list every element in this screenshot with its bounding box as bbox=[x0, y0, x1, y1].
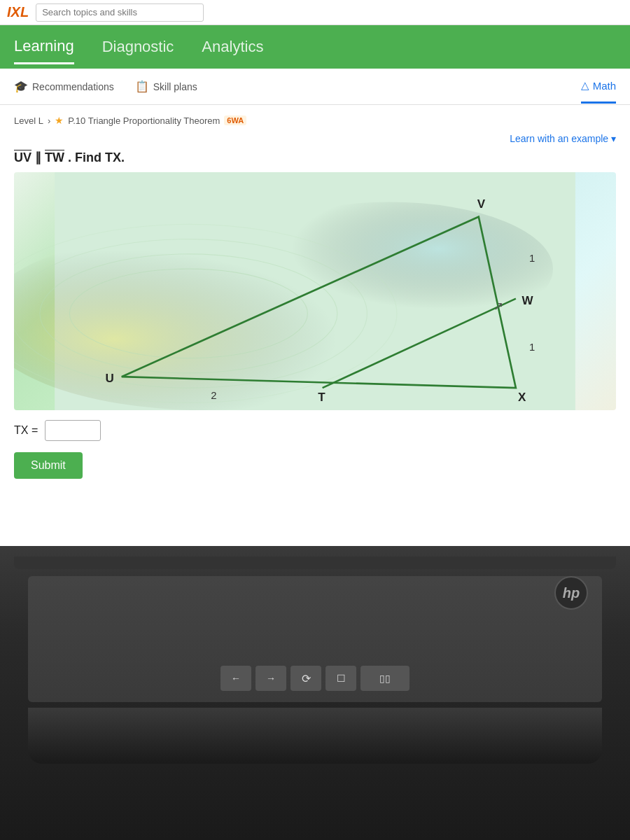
skillplans-icon: 📋 bbox=[135, 80, 149, 93]
keyboard-row-nav: ← → ⟳ ☐ ▯▯ bbox=[220, 666, 410, 691]
nav-analytics[interactable]: Analytics bbox=[202, 31, 263, 63]
search-input[interactable] bbox=[36, 4, 204, 22]
subnav-skillplans[interactable]: 📋 Skill plans bbox=[135, 70, 197, 103]
label-U: U bbox=[105, 372, 113, 385]
skill-code-badge: 6WA bbox=[224, 115, 246, 125]
ixl-logo: IXL bbox=[7, 4, 29, 20]
key-refresh[interactable]: ⟳ bbox=[290, 666, 321, 691]
skillplans-label: Skill plans bbox=[153, 81, 197, 92]
recommendations-label: Recommendations bbox=[32, 81, 114, 92]
learn-example[interactable]: Learn with an example ▾ bbox=[14, 133, 616, 144]
laptop-base bbox=[28, 708, 602, 764]
breadcrumb-skill[interactable]: P.10 Triangle Proportionality Theorem bbox=[68, 115, 220, 126]
geometry-diagram: V W U T X 1 1 2 ↗ bbox=[14, 172, 616, 410]
math-label: Math bbox=[593, 80, 616, 92]
math-triangle-icon: △ bbox=[581, 79, 589, 92]
measure-UT: 2 bbox=[211, 390, 216, 401]
recommendations-icon: 🎓 bbox=[14, 80, 28, 93]
key-forward[interactable]: → bbox=[255, 666, 286, 691]
label-T: T bbox=[318, 391, 326, 404]
problem-statement: UV ∥ TW . Find TX. bbox=[14, 150, 616, 165]
submit-button[interactable]: Submit bbox=[14, 452, 83, 479]
measure-VW: 1 bbox=[529, 253, 535, 264]
subnav-recommendations[interactable]: 🎓 Recommendations bbox=[14, 70, 114, 103]
keyboard-area: ← → ⟳ ☐ ▯▯ bbox=[28, 576, 602, 702]
nav-diagnostic[interactable]: Diagnostic bbox=[102, 31, 174, 63]
breadcrumb: Level L › ★ P.10 Triangle Proportionalit… bbox=[14, 115, 616, 126]
measure-WX: 1 bbox=[529, 342, 535, 353]
sub-nav: 🎓 Recommendations 📋 Skill plans △ Math bbox=[0, 69, 630, 105]
breadcrumb-level[interactable]: Level L bbox=[14, 115, 43, 126]
subnav-math[interactable]: △ Math bbox=[581, 69, 616, 104]
key-grid[interactable]: ▯▯ bbox=[360, 666, 410, 691]
laptop-bezel bbox=[14, 556, 616, 569]
laptop-body: hp ← → ⟳ ☐ ▯▯ bbox=[0, 546, 630, 840]
answer-row: TX = bbox=[14, 420, 616, 441]
star-icon: ★ bbox=[55, 115, 64, 126]
key-square[interactable]: ☐ bbox=[326, 666, 356, 691]
hp-logo: hp bbox=[554, 576, 588, 610]
tx-answer-input[interactable] bbox=[45, 420, 101, 441]
diagram-container: V W U T X 1 1 2 ↗ bbox=[14, 172, 616, 410]
answer-label: TX = bbox=[14, 424, 38, 437]
label-W: W bbox=[522, 294, 533, 307]
nav-learning[interactable]: Learning bbox=[14, 30, 74, 64]
label-X: X bbox=[518, 391, 526, 404]
svg-point-2 bbox=[226, 202, 554, 336]
label-V: V bbox=[477, 197, 486, 211]
cursor-icon: ↗ bbox=[493, 300, 503, 313]
key-back[interactable]: ← bbox=[220, 666, 251, 691]
main-nav: Learning Diagnostic Analytics bbox=[0, 25, 630, 69]
breadcrumb-separator: › bbox=[48, 115, 50, 126]
